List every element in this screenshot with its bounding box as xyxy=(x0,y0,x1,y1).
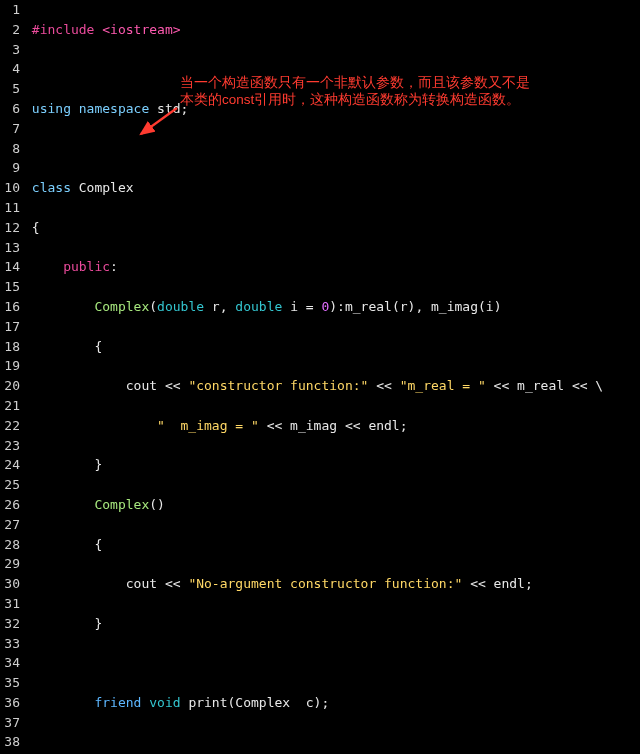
code-line xyxy=(24,59,640,79)
string-literal: " m_imag = " xyxy=(157,418,259,433)
code-line: } xyxy=(24,614,640,634)
code-line: " m_imag = " << m_imag << endl; xyxy=(24,416,640,436)
line-number: 18 xyxy=(0,337,20,357)
code-line: public: xyxy=(24,257,640,277)
keyword: namespace xyxy=(71,101,149,116)
line-number: 29 xyxy=(0,554,20,574)
line-number: 33 xyxy=(0,634,20,654)
line-number: 23 xyxy=(0,436,20,456)
line-number: 9 xyxy=(0,158,20,178)
line-number: 15 xyxy=(0,277,20,297)
line-number: 12 xyxy=(0,218,20,238)
line-number: 14 xyxy=(0,257,20,277)
keyword: friend xyxy=(94,695,141,710)
code-line xyxy=(24,732,640,752)
code-text: cout << xyxy=(126,378,189,393)
line-number: 30 xyxy=(0,574,20,594)
code-text: r, xyxy=(204,299,235,314)
line-number: 28 xyxy=(0,535,20,555)
code-area: #include <iostream> using namespace std;… xyxy=(24,0,640,754)
line-number: 36 xyxy=(0,693,20,713)
code-line xyxy=(24,139,640,159)
brace: { xyxy=(94,339,102,354)
line-number: 1 xyxy=(0,0,20,20)
type: double xyxy=(235,299,282,314)
brace: } xyxy=(94,457,102,472)
constructor-name: Complex xyxy=(94,497,149,512)
line-number: 37 xyxy=(0,713,20,733)
line-number: 6 xyxy=(0,99,20,119)
type: void xyxy=(141,695,180,710)
constructor-name: Complex xyxy=(94,299,149,314)
code-text: std; xyxy=(149,101,188,116)
code-line: Complex(double r, double i = 0):m_real(r… xyxy=(24,297,640,317)
line-number: 27 xyxy=(0,515,20,535)
code-text: << xyxy=(368,378,399,393)
code-line: cout << "constructor function:" << "m_re… xyxy=(24,376,640,396)
line-number: 38 xyxy=(0,732,20,752)
line-number: 5 xyxy=(0,79,20,99)
line-number: 16 xyxy=(0,297,20,317)
line-number: 26 xyxy=(0,495,20,515)
code-line xyxy=(24,653,640,673)
access-specifier: public xyxy=(63,259,110,274)
code-text: ):m_real(r), m_imag(i) xyxy=(329,299,501,314)
brace: { xyxy=(32,220,40,235)
string-literal: "No-argument constructor function:" xyxy=(188,576,462,591)
line-number: 34 xyxy=(0,653,20,673)
line-number: 11 xyxy=(0,198,20,218)
line-number: 32 xyxy=(0,614,20,634)
keyword: using xyxy=(32,101,71,116)
code-text: << m_imag << endl; xyxy=(259,418,408,433)
line-number: 3 xyxy=(0,40,20,60)
line-number: 20 xyxy=(0,376,20,396)
line-number: 31 xyxy=(0,594,20,614)
paren: ( xyxy=(149,299,157,314)
line-number-gutter: 1 2 3 4 5 6 7 8 9 10 11 12 13 14 15 16 1… xyxy=(0,0,24,754)
code-line: { xyxy=(24,535,640,555)
string-literal: "constructor function:" xyxy=(188,378,368,393)
code-text: cout << xyxy=(126,576,189,591)
line-number: 7 xyxy=(0,119,20,139)
code-text: << endl; xyxy=(462,576,532,591)
code-text: print(Complex c); xyxy=(181,695,330,710)
code-line: friend void print(Complex c); xyxy=(24,693,640,713)
line-number: 35 xyxy=(0,673,20,693)
line-number: 21 xyxy=(0,396,20,416)
code-text: << m_real << \ xyxy=(486,378,603,393)
code-text: i = xyxy=(282,299,321,314)
line-number: 24 xyxy=(0,455,20,475)
keyword: class xyxy=(32,180,71,195)
code-text: Complex xyxy=(71,180,134,195)
line-number: 10 xyxy=(0,178,20,198)
code-line: using namespace std; xyxy=(24,99,640,119)
code-line: class Complex xyxy=(24,178,640,198)
line-number: 2 xyxy=(0,20,20,40)
colon: : xyxy=(110,259,118,274)
line-number: 22 xyxy=(0,416,20,436)
preprocessor: #include xyxy=(32,22,102,37)
string-literal: "m_real = " xyxy=(400,378,486,393)
code-line: { xyxy=(24,218,640,238)
code-editor: 1 2 3 4 5 6 7 8 9 10 11 12 13 14 15 16 1… xyxy=(0,0,640,754)
line-number: 25 xyxy=(0,475,20,495)
line-number: 17 xyxy=(0,317,20,337)
brace: { xyxy=(94,537,102,552)
type: double xyxy=(157,299,204,314)
code-line: { xyxy=(24,337,640,357)
line-number: 19 xyxy=(0,356,20,376)
line-number: 8 xyxy=(0,139,20,159)
brace: } xyxy=(94,616,102,631)
line-number: 13 xyxy=(0,238,20,258)
code-line: } xyxy=(24,455,640,475)
code-line: #include <iostream> xyxy=(24,20,640,40)
line-number: 4 xyxy=(0,59,20,79)
code-line: cout << "No-argument constructor functio… xyxy=(24,574,640,594)
code-line: Complex() xyxy=(24,495,640,515)
paren: () xyxy=(149,497,165,512)
include-header: <iostream> xyxy=(102,22,180,37)
